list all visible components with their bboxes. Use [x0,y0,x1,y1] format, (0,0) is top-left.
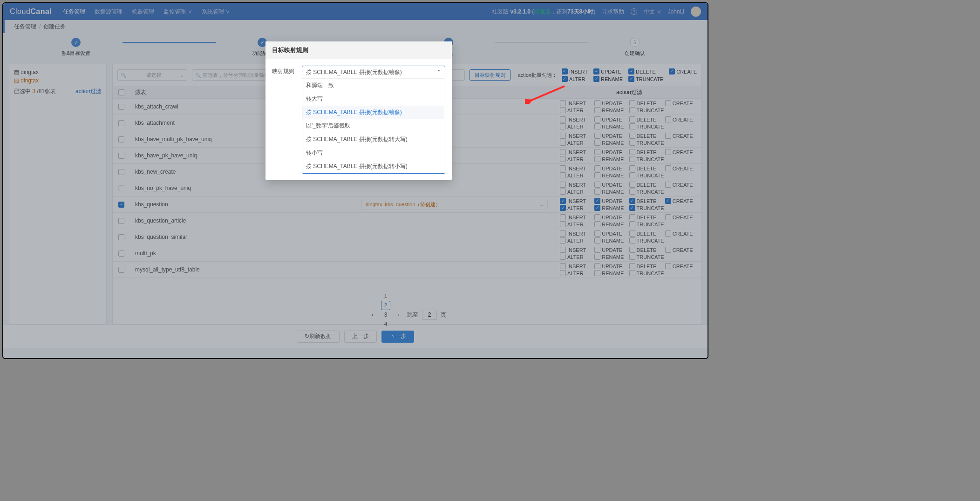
select-option[interactable]: 和源端一致 [302,79,445,92]
modal-field-label: 映射规则 [272,66,297,75]
mapping-rule-modal: 目标映射规则 映射规则 按 SCHEMA_TABLE 拼接(元数据镜像) ⌃ 和… [265,41,452,180]
modal-title: 目标映射规则 [265,41,452,59]
select-option[interactable]: 转小写 [302,146,445,160]
select-option[interactable]: 按 SCHEMA_TABLE 拼接(元数据转大写) [302,133,445,146]
app-window: CloudCanal 任务管理数据源管理机器管理监控管理 ∨系统管理 ∨ 社区版… [2,2,708,359]
select-option[interactable]: 按 SCHEMA_TABLE 拼接(元数据转小写) [302,160,445,173]
select-option[interactable]: 按 SCHEMA_TABLE 拼接(元数据镜像) [302,106,445,119]
select-option[interactable]: 以'_数字'后缀截取 [302,119,445,133]
chevron-up-icon: ⌃ [436,69,441,75]
select-option[interactable]: 转大写 [302,92,445,106]
mapping-rule-select[interactable]: 按 SCHEMA_TABLE 拼接(元数据镜像) ⌃ 和源端一致转大写按 SCH… [302,66,445,174]
select-dropdown: 和源端一致转大写按 SCHEMA_TABLE 拼接(元数据镜像)以'_数字'后缀… [302,78,445,173]
select-value: 按 SCHEMA_TABLE 拼接(元数据镜像) [306,68,402,76]
